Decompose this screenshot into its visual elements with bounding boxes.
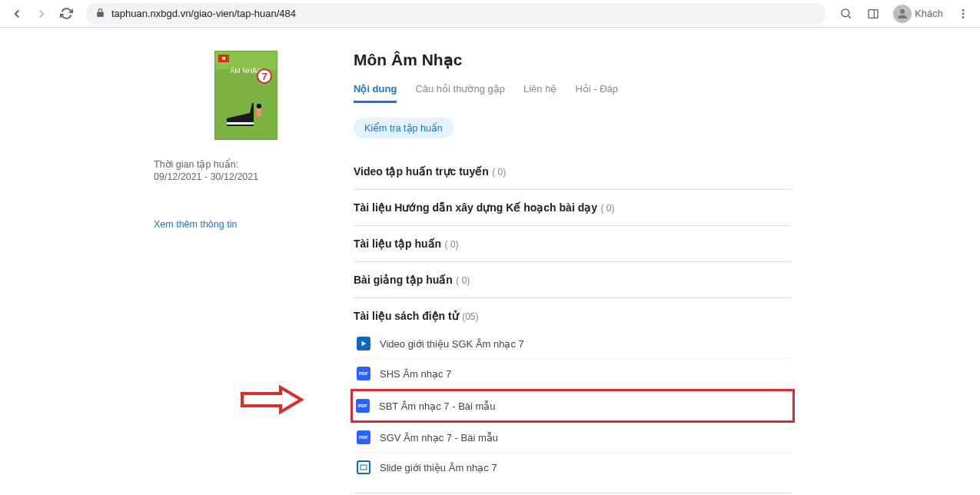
- svg-line-1: [848, 16, 850, 18]
- menu-icon[interactable]: [952, 3, 974, 25]
- reload-button[interactable]: [55, 3, 77, 25]
- svg-point-0: [841, 9, 849, 17]
- resource-label: SHS Âm nhạc 7: [380, 368, 451, 380]
- svg-rect-9: [222, 57, 225, 60]
- resource-label: SGV Âm nhạc 7 - Bài mẫu: [380, 432, 498, 444]
- page-title: Môn Âm Nhạc: [354, 51, 792, 69]
- section-count: ( 0): [492, 167, 506, 178]
- page-content: ÂM NHẠC 7 Thời gian tập huấn: 09/12/2021…: [0, 28, 980, 495]
- resource-item-sbt[interactable]: PDF SBT Âm nhạc 7 - Bài mẫu: [353, 391, 792, 420]
- video-icon: [357, 337, 370, 350]
- profile-chip[interactable]: Khách: [890, 3, 946, 25]
- highlight-annotation: PDF SBT Âm nhạc 7 - Bài mẫu: [350, 389, 795, 423]
- svg-point-4: [900, 9, 905, 14]
- search-icon[interactable]: [835, 3, 856, 25]
- avatar-icon: [893, 5, 912, 23]
- guest-label: Khách: [915, 8, 943, 19]
- svg-point-6: [962, 12, 965, 15]
- piano-illustration: [223, 99, 269, 130]
- see-more-link[interactable]: Xem thêm thông tin: [154, 219, 338, 230]
- pdf-icon: PDF: [357, 430, 370, 444]
- section-training-lectures[interactable]: Bài giảng tập huấn ( 0): [354, 262, 792, 298]
- address-bar[interactable]: taphuan.nxbgd.vn/giao-vien/tap-huan/484: [86, 3, 826, 25]
- resource-item-sgv[interactable]: PDF SGV Âm nhạc 7 - Bài mẫu: [354, 423, 792, 453]
- url-text: taphuan.nxbgd.vn/giao-vien/tap-huan/484: [111, 8, 296, 19]
- svg-rect-13: [360, 465, 367, 470]
- svg-rect-12: [227, 122, 254, 125]
- section-training-docs[interactable]: Tài liệu tập huấn ( 0): [354, 226, 792, 262]
- section-title: Tài liệu Hướng dẫn xây dựng Kế hoạch bài…: [354, 201, 597, 214]
- training-time-label: Thời gian tập huấn:: [154, 158, 338, 170]
- section-title: Bài giảng tập huấn: [354, 274, 453, 286]
- slide-icon: [357, 460, 370, 474]
- section-count: ( 0): [445, 239, 459, 250]
- resource-item-shs[interactable]: PDF SHS Âm nhạc 7: [354, 359, 792, 389]
- tab-content[interactable]: Nội dung: [354, 83, 397, 103]
- tabs: Nội dung Câu hỏi thường gặp Liên hệ Hỏi …: [354, 83, 792, 104]
- svg-point-11: [257, 104, 261, 108]
- check-training-button[interactable]: Kiểm tra tập huấn: [354, 118, 453, 138]
- section-lesson-plan[interactable]: Tài liệu Hướng dẫn xây dựng Kế hoạch bài…: [354, 190, 792, 226]
- pdf-icon: PDF: [356, 399, 370, 413]
- resource-label: Video giới thiệu SGK Âm nhạc 7: [380, 338, 524, 350]
- resource-label: Slide giới thiệu Âm nhạc 7: [380, 462, 497, 473]
- back-button[interactable]: [6, 3, 28, 25]
- svg-rect-10: [257, 108, 261, 116]
- section-count: ( 0): [456, 275, 470, 286]
- section-ebooks: Tài liệu sách điện tử (05) Video giới th…: [354, 298, 792, 493]
- pdf-icon: PDF: [357, 367, 370, 380]
- svg-point-7: [962, 16, 965, 18]
- resource-label: SBT Âm nhạc 7 - Bài mẫu: [379, 400, 496, 412]
- sidebar: ÂM NHẠC 7 Thời gian tập huấn: 09/12/2021…: [154, 51, 354, 495]
- book-number: 7: [257, 68, 272, 84]
- section-title: Tài liệu sách điện tử: [354, 310, 459, 322]
- section-title: Video tập huấn trực tuyến: [354, 165, 489, 178]
- resource-list: Video giới thiệu SGK Âm nhạc 7 PDF SHS Â…: [354, 329, 792, 482]
- section-count: (05): [462, 311, 478, 322]
- main-content: Môn Âm Nhạc Nội dung Câu hỏi thường gặp …: [354, 51, 792, 495]
- section-video-training[interactable]: Video tập huấn trực tuyến ( 0): [354, 154, 792, 190]
- tab-qa[interactable]: Hỏi - Đáp: [575, 83, 618, 103]
- resource-item-video[interactable]: Video giới thiệu SGK Âm nhạc 7: [354, 329, 792, 359]
- svg-rect-2: [869, 9, 878, 18]
- training-time: Thời gian tập huấn: 09/12/2021 - 30/12/2…: [154, 158, 338, 182]
- panel-icon[interactable]: [862, 3, 884, 25]
- resource-item-slide[interactable]: Slide giới thiệu Âm nhạc 7: [354, 453, 792, 482]
- book-cover[interactable]: ÂM NHẠC 7: [214, 51, 277, 140]
- lock-icon: [95, 8, 105, 20]
- section-count: ( 0): [600, 203, 614, 214]
- section-title: Tài liệu tập huấn: [354, 238, 441, 250]
- forward-button[interactable]: [31, 3, 52, 25]
- tab-faq[interactable]: Câu hỏi thường gặp: [415, 83, 505, 103]
- training-time-dates: 09/12/2021 - 30/12/2021: [154, 171, 338, 182]
- svg-point-5: [962, 9, 965, 12]
- browser-toolbar: taphuan.nxbgd.vn/giao-vien/tap-huan/484 …: [0, 0, 980, 28]
- tab-contact[interactable]: Liên hệ: [523, 83, 556, 103]
